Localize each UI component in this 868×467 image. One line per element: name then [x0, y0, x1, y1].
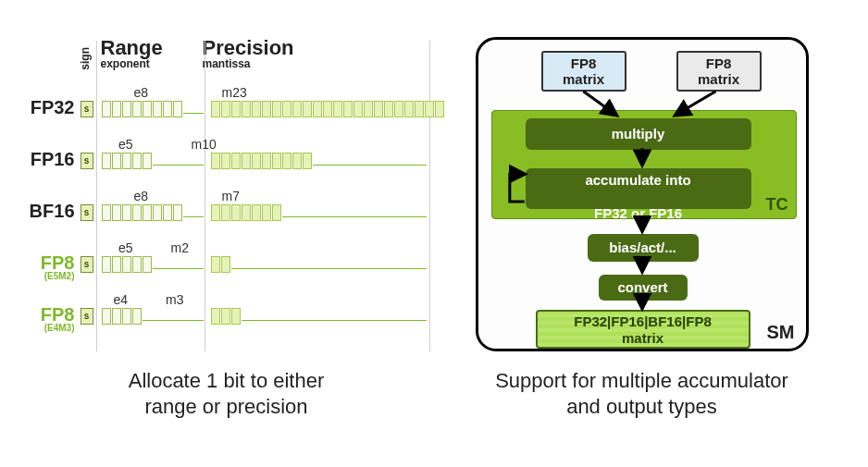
exp-bit: [132, 256, 142, 273]
op-multiply: multiply: [526, 118, 751, 150]
header-sign: sign: [79, 47, 95, 70]
man-bit: [404, 101, 414, 117]
exp-bit: [122, 101, 131, 117]
op-accum-l2: FP32 or FP16: [594, 205, 682, 221]
man-bit: [221, 256, 230, 273]
exp-bit: [163, 204, 172, 221]
exp-bit: [102, 153, 111, 169]
man-label: m10: [192, 137, 217, 152]
bit-row: s: [81, 203, 427, 222]
sign-bit-icon: s: [81, 101, 93, 117]
op-conv-text: convert: [617, 279, 667, 296]
man-bit: [374, 101, 383, 117]
man-bit: [272, 204, 281, 221]
bit-row: s: [81, 307, 427, 326]
man-bit: [252, 204, 261, 221]
exp-bit: [112, 308, 121, 325]
header-prec-small: mantissa: [203, 58, 415, 70]
man-bit: [231, 153, 241, 169]
man-bit: [292, 101, 302, 117]
tail-line: [313, 165, 427, 166]
exp-bit: [122, 308, 131, 325]
format-name: FP16: [16, 151, 75, 168]
op-bias: bias/act/...: [588, 234, 699, 262]
sign-bit-icon: s: [81, 204, 93, 221]
op-accum-text: accumulate into FP32 or FP16: [585, 155, 690, 222]
man-bit: [303, 153, 312, 169]
exp-bit: [102, 256, 111, 273]
format-name: FP8(E5M2): [16, 254, 75, 281]
exp-bit: [122, 204, 131, 221]
format-name: BF16: [16, 203, 75, 220]
exp-bit: [163, 101, 172, 117]
exp-bit: [153, 204, 162, 221]
format-row-fp16: FP16e5m10s: [23, 135, 430, 178]
tail-line: [183, 113, 204, 114]
right-panel: FP8 matrix FP8 matrix multiply accumulat…: [434, 18, 849, 467]
header-range-small: exponent: [101, 58, 203, 70]
man-bit: [364, 101, 373, 117]
op-accum-l1: accumulate into: [585, 172, 690, 188]
exp-bit: [143, 153, 152, 169]
man-bit: [313, 101, 322, 117]
man-bit: [252, 101, 261, 117]
header-range: Range exponent: [101, 37, 203, 70]
exp-bit: [143, 256, 152, 273]
output-l2: matrix: [622, 330, 663, 346]
tail-line: [153, 165, 204, 166]
tail-line: [153, 268, 204, 269]
exp-label: e4: [114, 292, 129, 307]
tc-box: multiply accumulate into FP32 or FP16 TC: [491, 110, 797, 219]
man-bit: [231, 101, 241, 117]
format-row-fp8e5m2: FP8(E5M2)e5m2s: [23, 239, 430, 281]
right-caption-l1: Support for multiple accumulator: [495, 369, 788, 392]
format-row-fp8e4m3: FP8(E4M3)e4m3s: [23, 290, 430, 333]
exp-bit: [173, 204, 182, 221]
man-bit: [211, 204, 220, 221]
exp-bit: [112, 101, 121, 117]
sign-bit-icon: s: [81, 153, 93, 169]
man-bit: [323, 101, 332, 117]
man-bit: [242, 204, 251, 221]
op-multiply-text: multiply: [612, 126, 665, 142]
bit-row: s: [81, 100, 445, 118]
left-panel: sign Range exponent Precision mantissa F…: [19, 18, 434, 467]
exp-bit: [112, 256, 121, 273]
man-bit: [292, 153, 302, 169]
man-bit: [303, 101, 312, 117]
header-range-big: Range: [101, 37, 203, 58]
exp-label: e5: [118, 240, 133, 255]
exp-bit: [132, 308, 142, 325]
format-name: FP32: [16, 99, 75, 117]
man-bit: [282, 101, 291, 117]
man-bit: [394, 101, 403, 117]
right-caption: Support for multiple accumulator and out…: [495, 368, 788, 419]
exp-bit: [122, 153, 131, 169]
man-bit: [425, 101, 434, 117]
man-bit: [211, 153, 220, 169]
input-matrix-b: FP8 matrix: [676, 51, 762, 92]
man-label: m23: [222, 85, 247, 100]
exp-bit: [132, 101, 142, 117]
exp-bit: [112, 204, 121, 221]
man-bit: [242, 153, 251, 169]
exp-bit: [132, 153, 142, 169]
format-row-fp32: FP32e8m23s: [23, 83, 430, 126]
left-caption: Allocate 1 bit to either range or precis…: [129, 368, 325, 419]
page: sign Range exponent Precision mantissa F…: [0, 0, 868, 467]
exp-bit: [143, 204, 152, 221]
man-label: m7: [222, 189, 240, 203]
man-bit: [242, 101, 251, 117]
man-bit: [221, 153, 230, 169]
exp-label: e5: [118, 137, 133, 152]
tail-line: [242, 320, 427, 321]
man-bit: [211, 308, 220, 325]
man-bit: [333, 101, 342, 117]
tail-line: [231, 268, 427, 269]
input-b-text: FP8 matrix: [698, 55, 739, 87]
man-bit: [262, 153, 271, 169]
tail-line: [143, 320, 204, 321]
tail-line: [282, 216, 427, 217]
man-bit: [282, 153, 291, 169]
input-matrix-a: FP8 matrix: [541, 51, 626, 92]
